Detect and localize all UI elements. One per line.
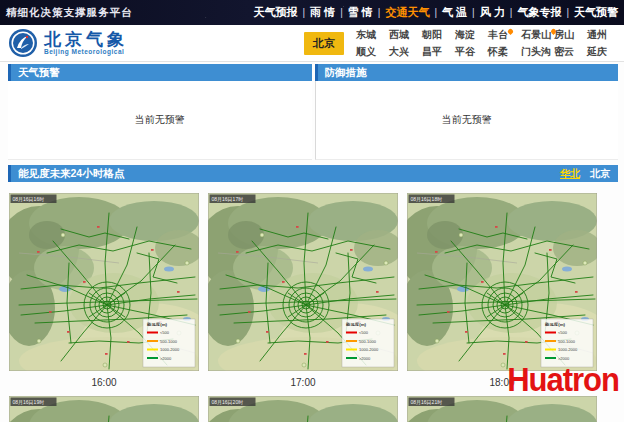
site-logo-link[interactable]: 北京气象 Beijing Meteorological (8, 28, 128, 58)
svg-text:500-1000: 500-1000 (359, 339, 377, 344)
svg-text:08月16日20时: 08月16日20时 (212, 399, 244, 406)
site-name: 北京气象 (44, 31, 128, 48)
topnav-separator: | (302, 7, 305, 18)
top-bar: 精细化决策支撑服务平台 天气预报|雨 情|雪 情|交通天气|气 温|风 力|气象… (0, 0, 624, 25)
district-link[interactable]: 延庆 (587, 45, 618, 59)
weather-warning-panel: 天气预警 当前无预警 (8, 64, 312, 160)
brand-text: 北京气象 Beijing Meteorological (44, 31, 128, 55)
alert-panels: 天气预警 当前无预警 防御措施 当前无预警 (8, 64, 618, 160)
huatron-watermark: Huatron (507, 363, 619, 396)
defense-measures-header: 防御措施 (315, 64, 619, 81)
visibility-map-partial[interactable]: 能见度(m)<500500-10001000-2000>200008月16日21… (407, 396, 597, 422)
svg-text:1000-2000: 1000-2000 (359, 347, 379, 352)
topnav-separator: | (510, 7, 513, 18)
district-link[interactable]: 房山 (554, 28, 585, 42)
visibility-section-header: 能见度未来24小时格点 华北北京 (8, 165, 618, 182)
topnav-item-4[interactable]: 交通天气 (385, 5, 429, 20)
weather-warning-body: 当前无预警 (8, 81, 312, 160)
visibility-map-18:00[interactable]: 能见度(m)<500500-10001000-2000>200008月16日18… (407, 193, 597, 371)
page: 精细化决策支撑服务平台 天气预报|雨 情|雪 情|交通天气|气 温|风 力|气象… (0, 0, 624, 422)
svg-text:08月16日19时: 08月16日19时 (13, 399, 45, 406)
map-time-label: 17:00 (208, 371, 398, 396)
topnav-item-3[interactable]: 雪 情 (348, 5, 373, 20)
district-link[interactable]: 怀柔 (488, 45, 519, 59)
district-link[interactable]: 西城 (389, 28, 420, 42)
topnav-item-2[interactable]: 雨 情 (310, 5, 335, 20)
no-warning-text: 当前无预警 (135, 113, 185, 127)
defense-measures-panel: 防御措施 当前无预警 (315, 64, 619, 160)
map-card-next-1: 能见度(m)<500500-10001000-2000>200008月16日19… (9, 396, 199, 422)
defense-measures-body: 当前无预警 (315, 81, 619, 160)
topnav-separator: | (340, 7, 343, 18)
svg-text:<500: <500 (160, 330, 170, 335)
map-card-2: 能见度(m)<500500-10001000-2000>200008月16日17… (208, 193, 398, 396)
region-navigation: 北京 东城西城朝阳海淀丰台石景山房山通州顺义大兴昌平平谷怀柔门头沟密云延庆 (304, 28, 618, 59)
district-link[interactable]: 门头沟 (521, 45, 552, 59)
district-link[interactable]: 朝阳 (422, 28, 453, 42)
svg-text:08月16日21时: 08月16日21时 (411, 399, 443, 406)
district-grid: 东城西城朝阳海淀丰台石景山房山通州顺义大兴昌平平谷怀柔门头沟密云延庆 (356, 28, 618, 59)
district-link[interactable]: 顺义 (356, 45, 387, 59)
visibility-map-partial[interactable]: 能见度(m)<500500-10001000-2000>200008月16日20… (208, 396, 398, 422)
visibility-maps-row-next: 能见度(m)<500500-10001000-2000>200008月16日19… (8, 396, 618, 422)
topnav-separator: | (566, 7, 569, 18)
svg-text:<500: <500 (558, 330, 568, 335)
map-card-1: 能见度(m)<500500-10001000-2000>200008月16日16… (9, 193, 199, 396)
weather-warning-title: 天气预警 (18, 64, 60, 81)
topnav-item-5[interactable]: 气 温 (442, 5, 467, 20)
district-link[interactable]: 平谷 (455, 45, 486, 59)
visibility-map-partial[interactable]: 能见度(m)<500500-10001000-2000>200008月16日19… (9, 396, 199, 422)
defense-measures-title: 防御措施 (325, 64, 367, 81)
district-link[interactable]: 石景山 (521, 28, 552, 42)
map-card-next-2: 能见度(m)<500500-10001000-2000>200008月16日20… (208, 396, 398, 422)
district-link[interactable]: 大兴 (389, 45, 420, 59)
site-header: 北京气象 Beijing Meteorological 北京 东城西城朝阳海淀丰… (0, 25, 624, 62)
topnav-item-6[interactable]: 风 力 (480, 5, 505, 20)
topnav-separator: | (378, 7, 381, 18)
svg-text:能见度(m): 能见度(m) (346, 322, 367, 327)
platform-title: 精细化决策支撑服务平台 (6, 6, 133, 20)
district-link[interactable]: 丰台 (488, 28, 519, 42)
district-link[interactable]: 密云 (554, 45, 585, 59)
top-navigation: 天气预报|雨 情|雪 情|交通天气|气 温|风 力|气象专报|天气预警 (253, 5, 618, 20)
map-time-label: 16:00 (9, 371, 199, 396)
topnav-separator: | (472, 7, 475, 18)
svg-text:<500: <500 (359, 330, 369, 335)
visibility-map-16:00[interactable]: 能见度(m)<500500-10001000-2000>200008月16日16… (9, 193, 199, 371)
visibility-section-title: 能见度未来24小时格点 (18, 165, 124, 182)
region-scope-links: 华北北京 (560, 165, 610, 182)
svg-text:500-1000: 500-1000 (160, 339, 178, 344)
topnav-item-8[interactable]: 天气预警 (574, 5, 618, 20)
svg-text:08月16日18时: 08月16日18时 (411, 196, 443, 203)
scope-link-active[interactable]: 华北 (560, 165, 580, 182)
svg-text:08月16日16时: 08月16日16时 (13, 196, 45, 203)
svg-text:08月16日17时: 08月16日17时 (212, 196, 244, 203)
warning-marker-icon (507, 27, 514, 34)
district-link[interactable]: 东城 (356, 28, 387, 42)
district-link[interactable]: 昌平 (422, 45, 453, 59)
site-subtitle: Beijing Meteorological (44, 48, 128, 55)
district-link[interactable]: 通州 (587, 28, 618, 42)
svg-text:500-1000: 500-1000 (558, 339, 576, 344)
svg-text:1000-2000: 1000-2000 (160, 347, 180, 352)
map-card-next-3: 能见度(m)<500500-10001000-2000>200008月16日21… (407, 396, 597, 422)
scope-link-normal[interactable]: 北京 (590, 165, 610, 182)
topnav-item-1[interactable]: 天气预报 (253, 5, 297, 20)
svg-text:>2000: >2000 (359, 356, 371, 361)
svg-text:>2000: >2000 (160, 356, 172, 361)
svg-text:能见度(m): 能见度(m) (147, 322, 168, 327)
no-warning-text: 当前无预警 (442, 113, 492, 127)
topnav-separator: | (434, 7, 437, 18)
weather-warning-header: 天气预警 (8, 64, 312, 81)
topnav-item-7[interactable]: 气象专报 (517, 5, 561, 20)
beijing-meteorological-logo-icon (8, 28, 38, 58)
svg-text:能见度(m): 能见度(m) (545, 322, 566, 327)
district-link[interactable]: 海淀 (455, 28, 486, 42)
city-button-beijing[interactable]: 北京 (304, 32, 344, 55)
svg-text:1000-2000: 1000-2000 (558, 347, 578, 352)
visibility-map-17:00[interactable]: 能见度(m)<500500-10001000-2000>200008月16日17… (208, 193, 398, 371)
